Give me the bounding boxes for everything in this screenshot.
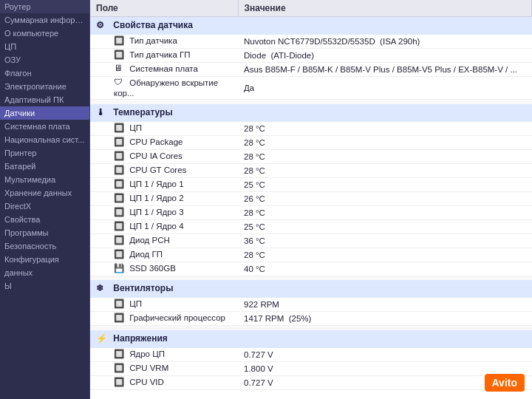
value-cpu-ia-cores: 28 °C: [238, 149, 532, 163]
chip-icon: 🔲: [114, 207, 124, 217]
row-sensor-type[interactable]: 🔲 Тип датчика Nuvoton NCT6779D/5532D/553…: [90, 35, 532, 49]
row-gpu-sensor-type[interactable]: 🔲 Тип датчика ГП Diode (ATI-Diode): [90, 49, 532, 63]
sidebar-item-printer[interactable]: Принтер: [0, 146, 89, 160]
avito-badge: Avito: [485, 374, 525, 392]
field-pch-diode: Диод PCH: [129, 236, 170, 245]
row-cpu-package[interactable]: 🔲 CPU Package 28 °C: [90, 135, 532, 149]
sidebar-item-programs[interactable]: Программы: [0, 226, 89, 239]
value-motherboard: Asus B85M-F / B85M-K / B85M-V Plus / B85…: [238, 63, 532, 77]
row-motherboard[interactable]: 🖥 Системная плата Asus B85M-F / B85M-K /…: [90, 63, 532, 77]
section-voltages: ⚡ Напряжения: [90, 330, 532, 348]
value-core3: 28 °C: [238, 205, 532, 219]
drive-icon: 💾: [114, 263, 124, 273]
field-core3: ЦП 1 / Ядро 3: [129, 208, 183, 216]
chip-icon: 🔲: [114, 299, 124, 309]
field-ssd: SSD 360GB: [129, 264, 176, 273]
field-cpu-gt-cores: CPU GT Cores: [129, 166, 186, 174]
section-voltages-label: Напряжения: [113, 333, 167, 344]
section-fans: ❄ Вентиляторы: [90, 280, 532, 298]
field-motherboard: Системная плата: [129, 64, 198, 73]
row-cpu-ia-cores[interactable]: 🔲 CPU IA Cores 28 °C: [90, 149, 532, 163]
chip-icon: 🔲: [114, 35, 124, 46]
sidebar-item-directx[interactable]: DirectX: [0, 200, 89, 213]
row-cpu-temp[interactable]: 🔲 ЦП 28 °C: [90, 122, 532, 136]
sidebar-item-about[interactable]: О компьютере: [0, 27, 89, 40]
col-header-field: Поле: [90, 0, 238, 17]
row-cpu-core-voltage[interactable]: 🔲 Ядро ЦП 0.727 V: [90, 348, 532, 362]
chip-icon: 🔲: [114, 377, 124, 387]
value-core4: 25 °C: [238, 219, 532, 233]
chip-icon: 🔲: [114, 249, 124, 259]
sidebar-item-config[interactable]: Конфигурация: [0, 253, 89, 266]
row-cpu-vid[interactable]: 🔲 CPU VID 0.727 V: [90, 375, 532, 389]
value-gpu-sensor-type: Diode (ATI-Diode): [238, 49, 532, 63]
sidebar-item-y[interactable]: Ы: [0, 279, 89, 293]
field-gpu-sensor-type: Тип датчика ГП: [129, 50, 190, 59]
chip-icon: 🔲: [114, 151, 124, 161]
row-fan-gpu[interactable]: 🔲 Графический процессор 1417 RPM (25%): [90, 312, 532, 326]
value-fan-gpu: 1417 RPM (25%): [238, 312, 532, 326]
field-cpu-ia-cores: CPU IA Cores: [129, 151, 183, 160]
value-pch-diode: 36 °C: [238, 233, 532, 248]
row-intrusion[interactable]: 🛡 Обнаружено вскрытие кор... Да: [90, 77, 532, 100]
row-core4[interactable]: 🔲 ЦП 1 / Ядро 4 25 °C: [90, 219, 532, 233]
field-cpu-core-voltage: Ядро ЦП: [129, 349, 165, 358]
row-gpu-diode[interactable]: 🔲 Диод ГП 28 °C: [90, 248, 532, 262]
row-core1[interactable]: 🔲 ЦП 1 / Ядро 1 25 °C: [90, 177, 532, 191]
value-core1: 25 °C: [238, 177, 532, 191]
sidebar-item-sysboard[interactable]: Системная плата: [0, 120, 89, 133]
field-cpu-vid: CPU VID: [129, 378, 164, 386]
row-ssd[interactable]: 💾 SSD 360GB 40 °C: [90, 262, 532, 276]
section-sensor-props-label: Свойства датчика: [113, 20, 193, 30]
voltage-icon: ⚡: [96, 333, 108, 345]
sidebar-item-adaptive[interactable]: Адаптивный ПК: [0, 93, 89, 106]
field-intrusion: Обнаружено вскрытие кор...: [114, 78, 218, 98]
chip-icon: 🔲: [114, 179, 124, 189]
field-gpu-diode: Диод ГП: [129, 250, 163, 259]
row-core3[interactable]: 🔲 ЦП 1 / Ядро 3 28 °C: [90, 205, 532, 219]
sensor-icon: ⚙: [96, 20, 108, 32]
sidebar-item-summary[interactable]: Суммарная информац...: [0, 13, 89, 27]
chip-icon: 🔲: [114, 349, 124, 359]
field-cpu-temp: ЦП: [129, 123, 142, 132]
value-ssd: 40 °C: [238, 262, 532, 276]
section-temperatures: 🌡 Температуры: [90, 104, 532, 122]
value-core2: 26 °C: [238, 191, 532, 205]
sidebar-item-router[interactable]: Роутер: [0, 0, 89, 13]
field-cpu-vrm: CPU VRM: [129, 364, 168, 372]
chip-icon: 🔲: [114, 137, 124, 147]
chip-icon: 🔲: [114, 165, 124, 175]
row-cpu-gt-cores[interactable]: 🔲 CPU GT Cores 28 °C: [90, 163, 532, 177]
row-cpu-vrm[interactable]: 🔲 CPU VRM 1.800 V: [90, 361, 532, 375]
sidebar-item-cpu[interactable]: ЦП: [0, 40, 89, 53]
sidebar-item-properties[interactable]: Свойства: [0, 213, 89, 226]
sidebar-item-security[interactable]: Безопасность: [0, 239, 89, 253]
mobo-icon: 🖥: [114, 64, 124, 74]
chip-icon: 🔲: [114, 123, 124, 133]
row-fan-cpu[interactable]: 🔲 ЦП 922 RPM: [90, 298, 532, 312]
sidebar-item-data[interactable]: данных: [0, 266, 89, 279]
row-core2[interactable]: 🔲 ЦП 1 / Ядро 2 26 °C: [90, 191, 532, 205]
sidebar-item-storage[interactable]: Хранение данных: [0, 186, 89, 200]
shield-icon: 🛡: [114, 78, 124, 88]
sidebar-item-os[interactable]: Национальная сист...: [0, 133, 89, 146]
value-fan-cpu: 922 RPM: [238, 298, 532, 312]
sidebar-item-multimedia[interactable]: Мультимедиа: [0, 173, 89, 186]
field-core2: ЦП 1 / Ядро 2: [129, 194, 183, 202]
value-cpu-core-voltage: 0.727 V: [238, 348, 532, 362]
sidebar-item-battery[interactable]: Батарей: [0, 160, 89, 173]
chip-icon: 🔲: [114, 193, 124, 203]
sidebar-item-flagon[interactable]: Флагон: [0, 66, 89, 80]
section-sensor-props: ⚙ Свойства датчика: [90, 17, 532, 35]
value-sensor-type: Nuvoton NCT6779D/5532D/5535D (ISA 290h): [238, 35, 532, 49]
table-container[interactable]: Поле Значение ⚙ Свойства датчика 🔲 Тип д…: [90, 0, 532, 399]
sidebar-item-sensors[interactable]: Датчики: [0, 106, 89, 120]
sidebar-item-ram[interactable]: ОЗУ: [0, 53, 89, 66]
field-fan-gpu: Графический процессор: [129, 313, 225, 322]
col-header-value: Значение: [238, 0, 532, 17]
sidebar-item-power[interactable]: Электропитание: [0, 80, 89, 93]
section-fans-label: Вентиляторы: [113, 283, 173, 293]
value-gpu-diode: 28 °C: [238, 248, 532, 262]
row-pch-diode[interactable]: 🔲 Диод PCH 36 °C: [90, 233, 532, 248]
sidebar: Роутер Суммарная информац... О компьютер…: [0, 0, 90, 399]
